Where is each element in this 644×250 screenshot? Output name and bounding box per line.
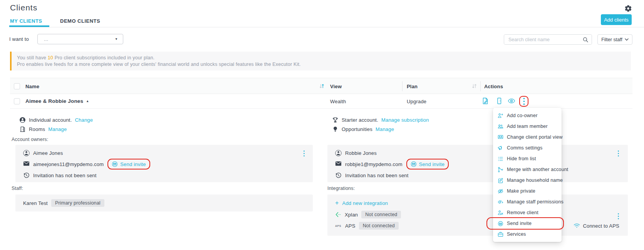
chevron-down-icon: ▼ [115, 37, 118, 41]
tab-my-clients[interactable]: MY CLIENTS [10, 18, 42, 24]
history-icon [23, 172, 30, 179]
trophy-icon [332, 117, 339, 123]
tab-demo-clients[interactable]: DEMO CLIENTS [60, 18, 100, 24]
send-invite-icon [498, 221, 503, 227]
mail-icon [23, 161, 30, 168]
column-header-view[interactable]: View [330, 84, 342, 89]
search-input[interactable] [504, 35, 592, 44]
send-invite-link[interactable]: Send invite [112, 161, 146, 167]
invite-status-row: Invitation has not been sent [23, 171, 97, 179]
invite-status: Invitation has not been sent [33, 173, 97, 178]
door-icon [19, 126, 26, 133]
menu-item-comms-settings[interactable]: Comms settings [493, 143, 562, 153]
subscription-banner: You still have 10 Pro client subscriptio… [10, 52, 631, 70]
wifi-icon [574, 223, 580, 228]
i-want-to-dropdown[interactable]: ... ▼ [37, 34, 123, 44]
portfolio-icon[interactable] [495, 97, 504, 106]
banner-line1: You still have 10 Pro client subscriptio… [17, 55, 631, 61]
menu-item-manage-staff-permissions[interactable]: Manage staff permissions [493, 196, 562, 207]
rooms-row: Rooms Manage [19, 126, 67, 133]
dropdown-value: ... [44, 36, 48, 42]
rooms-label: Rooms [29, 126, 45, 132]
owner-name: Aimee Jones [33, 150, 63, 156]
search-icon[interactable] [582, 37, 589, 43]
pro-count: 10 [48, 55, 53, 60]
row-checkbox[interactable] [14, 98, 20, 104]
owner-email: aimeejones11@mypdemo.com [33, 161, 104, 167]
send-invite-icon [112, 161, 118, 167]
menu-item-send-invite[interactable]: Send invite [493, 218, 562, 229]
owner-email-row: aimeejones11@mypdemo.com Send invite [23, 160, 146, 168]
account-owners-label: Account owners: [12, 137, 48, 142]
history-icon [335, 172, 342, 179]
subscription-row: Starter account. Manage subscription [332, 116, 429, 123]
page-title: Clients [10, 3, 37, 12]
add-clients-button[interactable]: Add clients [601, 14, 632, 25]
menu-item-hide-from-list[interactable]: Hide from list [493, 153, 562, 164]
select-all-checkbox[interactable] [14, 83, 20, 89]
collapse-caret-icon[interactable]: ▲ [86, 99, 89, 103]
client-name[interactable]: Aimee & Robbie Jones▲ [25, 98, 89, 104]
filter-staff-label: Filter staff [601, 37, 622, 42]
owner-card-robbie: Robbie Jones robbjie1@mypdemo.com Send i… [327, 145, 628, 182]
chevron-down-icon [625, 38, 629, 41]
opportunities-manage-link[interactable]: Manage [376, 126, 394, 132]
plus-icon: + [335, 200, 339, 206]
column-header-plan[interactable]: Plan [407, 84, 418, 89]
avatar-icon [23, 150, 30, 156]
invite-status-row: Invitation has not been sent [335, 171, 409, 179]
manage-subscription-link[interactable]: Manage subscription [381, 117, 429, 123]
staff-card: Karen Test Primary professional [15, 195, 313, 211]
table-header-row: Name View Plan Actions [10, 78, 632, 94]
menu-item-change-client-portal-view[interactable]: Change client portal view [493, 132, 562, 143]
clients-table: Name View Plan Actions Aimee & Robbie Jo… [10, 78, 632, 109]
mail-icon [335, 161, 342, 168]
client-row: Aimee & Robbie Jones▲ Wealth Upgrade [10, 94, 632, 109]
row-actions-kebab-icon[interactable] [521, 97, 527, 106]
menu-item-merge-with-another-account[interactable]: Merge with another account [493, 164, 562, 175]
staff-name: Karen Test [23, 200, 48, 206]
services-icon [498, 232, 503, 237]
owner-email-row: robbjie1@mypdemo.com Send invite [335, 160, 444, 168]
owner-card-kebab-icon[interactable] [303, 150, 305, 157]
rooms-manage-link[interactable]: Manage [48, 126, 67, 132]
column-separator [402, 81, 402, 91]
menu-item-add-co-owner[interactable]: Add co-owner [493, 110, 562, 121]
aps-logo: APS [335, 225, 342, 227]
column-header-name[interactable]: Name [25, 84, 39, 89]
i-want-to-label: I want to [9, 36, 29, 42]
megaphone-icon [498, 145, 503, 151]
staff-row: Karen Test Primary professional [23, 199, 104, 207]
actions-menu: Add co-owner Add team member Change clie… [493, 108, 562, 242]
filter-staff-button[interactable]: Filter staff [597, 34, 632, 45]
menu-item-services[interactable]: Services [493, 229, 562, 240]
fact-find-icon[interactable] [481, 97, 490, 106]
sort-name-icon[interactable] [319, 84, 325, 89]
menu-item-manage-household-name[interactable]: Manage household name [493, 175, 562, 186]
menu-item-remove-client[interactable]: Remove client [493, 207, 562, 218]
menu-item-add-team-member[interactable]: Add team member [493, 121, 562, 132]
connect-to-aps-link[interactable]: Connect to APS [574, 222, 619, 230]
view-as-client-eye-icon[interactable] [508, 97, 516, 106]
account-type-label: Individual account. [29, 117, 72, 123]
owner-card-kebab-icon[interactable] [617, 150, 619, 157]
edit-icon [498, 178, 503, 183]
settings-gear-icon[interactable] [624, 5, 632, 12]
merge-icon [498, 167, 503, 173]
column-header-actions: Actions [484, 84, 503, 89]
opportunities-row: Opportunities Manage [332, 126, 394, 133]
integration-row-xplan: Xplan Not connected [335, 211, 401, 218]
add-integration-link[interactable]: + Add new integration [335, 199, 388, 207]
integration-name: APS [345, 223, 356, 229]
integration-name: Xplan [345, 212, 358, 218]
sort-plan-icon[interactable] [471, 84, 477, 89]
integration-status-badge: Not connected [359, 222, 399, 230]
client-search [504, 34, 592, 45]
upgrade-link[interactable]: Upgrade [407, 99, 426, 104]
change-account-type-link[interactable]: Change [75, 117, 93, 123]
xplan-icon [335, 211, 341, 218]
send-invite-link[interactable]: Send invite [411, 161, 445, 167]
menu-item-make-private[interactable]: Make private [493, 186, 562, 196]
integrations-kebab-icon[interactable] [617, 213, 619, 220]
opportunities-label: Opportunities [342, 126, 372, 132]
